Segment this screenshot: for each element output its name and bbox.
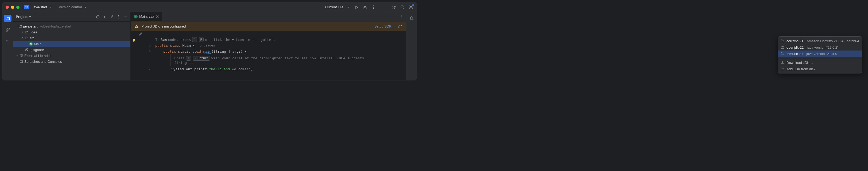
tree-item-label: External Libraries <box>24 54 51 58</box>
tree-item-label: src <box>30 36 34 40</box>
close-tab-icon[interactable] <box>156 15 159 18</box>
chevron-right-icon[interactable] <box>16 54 19 57</box>
tree-file-gitignore[interactable]: .gitignore <box>13 47 130 53</box>
chevron-right-icon[interactable] <box>21 31 24 33</box>
svg-point-0 <box>364 6 366 8</box>
chevron-down-icon[interactable] <box>29 15 32 19</box>
tree-folder-src[interactable]: src <box>13 35 130 41</box>
project-tool-button[interactable] <box>4 15 11 22</box>
edit-icon[interactable] <box>138 32 143 36</box>
svg-point-3 <box>373 8 374 9</box>
refresh-icon[interactable] <box>398 24 402 28</box>
code-with-me-icon[interactable] <box>392 5 396 10</box>
folder-icon <box>25 30 29 34</box>
chevron-down-icon[interactable] <box>49 6 52 9</box>
debug-icon[interactable] <box>363 5 368 10</box>
window-controls[interactable] <box>6 6 20 9</box>
tree-root[interactable]: java-start ~/Desktop/java-start <box>13 23 130 29</box>
svg-point-2 <box>373 7 374 7</box>
code-line-4[interactable]: public static void main (String[] args) … <box>155 48 406 54</box>
source-folder-icon <box>25 36 29 40</box>
more-vertical-icon[interactable] <box>371 5 376 10</box>
svg-point-21 <box>401 18 402 18</box>
banner-message: Project JDK is misconfigured <box>142 24 186 28</box>
tab-label: Main.java <box>139 14 154 19</box>
scratches-icon <box>20 60 23 63</box>
minimize-window-icon[interactable] <box>11 6 14 9</box>
svg-point-15 <box>118 15 119 16</box>
library-icon <box>20 54 23 58</box>
tree-item-label: .idea <box>30 30 37 34</box>
project-panel-title[interactable]: Project <box>16 15 28 19</box>
hide-panel-icon[interactable] <box>123 15 128 19</box>
tree-item-label: Scratches and Consoles <box>24 60 62 64</box>
svg-point-12 <box>8 41 9 41</box>
chevron-down-icon[interactable] <box>15 25 18 28</box>
expand-all-icon[interactable] <box>103 15 107 19</box>
svg-point-5 <box>395 6 396 7</box>
tree-root-label: java-start <box>23 24 37 28</box>
svg-point-17 <box>118 18 119 19</box>
version-control-menu[interactable]: Version control <box>59 5 82 9</box>
inline-doc-hint: Press ⌥ ⇧ Return with your caret at the … <box>170 54 406 66</box>
project-name[interactable]: java-start <box>33 5 47 9</box>
maximize-window-icon[interactable] <box>16 6 20 9</box>
svg-rect-9 <box>6 30 7 32</box>
run-config-label[interactable]: Current File <box>325 5 343 9</box>
svg-point-10 <box>6 41 7 41</box>
close-window-icon[interactable] <box>6 6 9 9</box>
svg-point-20 <box>401 16 402 17</box>
warning-icon <box>134 24 139 28</box>
jdk-banner: Project JDK is misconfigured Setup SDK <box>131 22 406 31</box>
run-hint: To Run code, press ⌃ R or click the icon… <box>155 37 406 42</box>
collapse-all-icon[interactable] <box>110 15 114 19</box>
more-tool-button[interactable] <box>4 37 11 45</box>
tab-more-icon[interactable] <box>396 12 406 22</box>
svg-point-1 <box>373 5 374 6</box>
tree-folder-idea[interactable]: .idea <box>13 29 130 35</box>
class-icon: C <box>29 42 33 46</box>
tree-root-path: ~/Desktop/java-start <box>40 24 71 28</box>
gitignore-icon <box>25 48 29 52</box>
setup-sdk-link[interactable]: Setup SDK <box>374 24 392 28</box>
svg-point-6 <box>401 6 403 8</box>
run-icon[interactable] <box>354 5 359 10</box>
usage-hint: no usages <box>198 43 215 47</box>
structure-tool-button[interactable] <box>4 26 11 33</box>
svg-point-19 <box>401 15 402 16</box>
class-icon: C <box>134 15 137 19</box>
svg-point-16 <box>118 16 119 17</box>
svg-point-11 <box>7 41 8 41</box>
notifications-button[interactable] <box>408 15 415 22</box>
project-badge: JS <box>24 5 29 9</box>
editor-tab-main[interactable]: C Main.java <box>131 12 162 22</box>
svg-point-14 <box>97 16 98 17</box>
line-number: 4 <box>145 48 151 54</box>
more-vertical-icon[interactable] <box>117 15 121 19</box>
tree-item-label: .gitignore <box>30 48 44 52</box>
kbd-ctrl: ⌃ <box>192 37 197 42</box>
chevron-down-icon[interactable] <box>84 6 87 9</box>
svg-rect-24 <box>133 41 134 42</box>
tree-scratches[interactable]: Scratches and Consoles <box>13 59 130 64</box>
tree-item-label: Main <box>34 42 41 46</box>
folder-icon <box>19 24 22 28</box>
svg-rect-23 <box>136 27 136 27</box>
tree-external-libraries[interactable]: External Libraries <box>13 53 130 59</box>
run-gutter-icon <box>231 38 235 41</box>
code-line-7[interactable]: System .out.printf( "Hello and welcome!"… <box>155 66 406 72</box>
code-line-3[interactable]: public class Main { no usages <box>155 42 406 48</box>
search-icon[interactable] <box>400 5 405 10</box>
update-dot-icon <box>412 4 414 6</box>
kbd-r: R <box>199 37 204 42</box>
intention-bulb-icon[interactable] <box>132 38 136 42</box>
svg-rect-7 <box>6 28 7 29</box>
select-opened-file-icon[interactable] <box>96 15 100 19</box>
svg-rect-8 <box>8 28 9 29</box>
chevron-down-icon[interactable] <box>347 6 350 9</box>
line-number: 3 <box>145 42 151 48</box>
svg-rect-22 <box>136 26 136 27</box>
chevron-down-icon[interactable] <box>21 37 24 39</box>
tree-file-main[interactable]: C Main <box>13 41 130 47</box>
line-number: 7 <box>145 66 151 72</box>
